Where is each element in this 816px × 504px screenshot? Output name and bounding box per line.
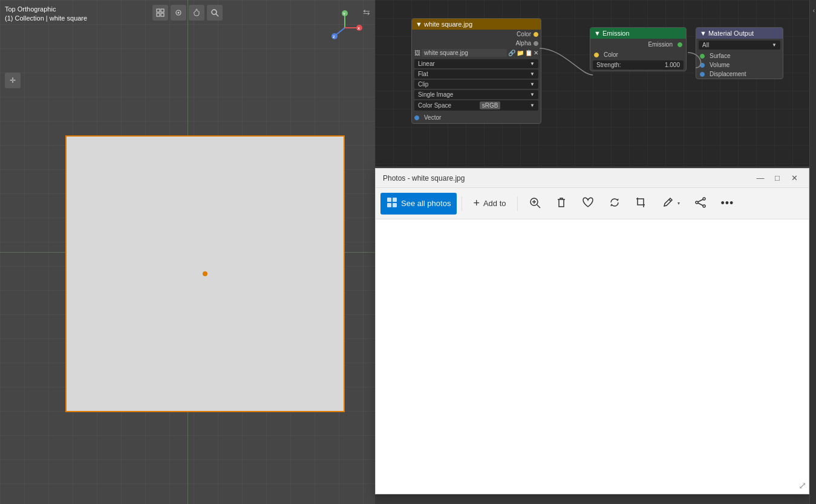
node-material-displacement-socket[interactable] [700, 72, 705, 77]
node-emission-color-socket[interactable] [594, 53, 599, 57]
svg-line-30 [698, 203, 703, 205]
node-image-icon2[interactable]: 📁 [517, 50, 524, 56]
node-emission[interactable]: ▼ Emission Emission Color Strength: 1.00… [590, 27, 687, 71]
node-image-icon4[interactable]: ✕ [534, 50, 538, 56]
photos-minimize-button[interactable]: — [753, 172, 768, 185]
toolbar-sep-1 [462, 196, 462, 211]
extension-arrow: ▼ [530, 82, 535, 87]
node-projection-value: Flat [418, 71, 428, 77]
see-all-photos-label: See all photos [401, 199, 451, 208]
node-vector-input-label: Vector [424, 114, 441, 121]
delete-icon [555, 196, 567, 211]
cursor-button[interactable]: ✛ [5, 73, 21, 88]
source-arrow: ▼ [530, 92, 535, 97]
node-emission-strength-label: Strength: [596, 62, 621, 68]
node-projection-field[interactable]: Flat ▼ [414, 69, 538, 79]
node-emission-socket-out[interactable] [677, 42, 682, 47]
crop-button[interactable] [629, 193, 653, 215]
search-button[interactable] [207, 5, 223, 21]
resize-icon: ⤢ [798, 480, 806, 491]
node-colorspace-label: Color Space [418, 102, 451, 109]
svg-rect-0 [157, 9, 160, 12]
zoom-in-button[interactable] [523, 193, 547, 215]
see-all-photos-button[interactable]: See all photos [380, 193, 457, 215]
photos-close-button[interactable]: ✕ [787, 172, 801, 185]
photos-gallery-icon [387, 197, 397, 210]
photos-window-controls: — □ ✕ [753, 172, 801, 185]
viewport-expand-icon[interactable]: ⇆ [363, 7, 370, 17]
share-icon [694, 196, 707, 211]
photos-titlebar: Photos - white square.jpg — □ ✕ [376, 169, 809, 188]
add-to-button[interactable]: + Add to [467, 193, 512, 215]
node-material-surface-label: Surface [710, 53, 730, 59]
node-emission-output-row: Emission [590, 39, 686, 50]
maximize-icon: □ [775, 173, 780, 183]
view-button[interactable] [171, 5, 186, 21]
rotate-button[interactable] [602, 193, 627, 215]
node-emission-strength-field[interactable]: Strength: 1.000 [593, 60, 684, 69]
grid-view-button[interactable] [152, 5, 168, 21]
viewport-collection: (1) Collection | white square [5, 14, 87, 23]
projection-arrow: ▼ [530, 71, 535, 77]
node-material-volume-label: Volume [710, 62, 730, 68]
svg-point-26 [703, 198, 705, 200]
node-image-icon3[interactable]: 📋 [525, 50, 532, 56]
node-material-all-label: All [702, 42, 709, 48]
node-source-value: Single Image [418, 91, 453, 98]
node-image-type-icon: 🖼 [414, 50, 420, 56]
svg-rect-19 [387, 203, 391, 207]
node-interpolation-field[interactable]: Linear ▼ [414, 59, 538, 68]
node-image-icon1[interactable]: 🔗 [508, 50, 515, 56]
photos-content-area [376, 219, 809, 494]
svg-line-14 [336, 28, 345, 35]
node-vector-socket-in[interactable] [414, 115, 419, 120]
svg-rect-20 [393, 203, 397, 207]
node-material-surface-socket[interactable] [700, 54, 705, 59]
node-interpolation-value: Linear [418, 60, 435, 67]
edge-collapse-icon[interactable]: ‹ [813, 7, 815, 14]
white-square-object [65, 135, 345, 412]
node-emission-output-label: Emission [648, 41, 673, 48]
node-editor: ▼ white square.jpg Color Alpha 🖼 white s… [375, 0, 816, 166]
node-color-output-row: Color [412, 30, 541, 39]
svg-text:X: X [357, 27, 360, 30]
node-color-socket-out[interactable] [534, 32, 538, 37]
node-emission-strength-value: 1.000 [665, 62, 680, 68]
minimize-icon: — [757, 173, 765, 183]
node-colorspace-value: sRGB [480, 102, 501, 109]
node-emission-color-row: Color [590, 50, 686, 59]
share-button[interactable] [688, 193, 713, 215]
more-button[interactable]: ••• [715, 193, 740, 215]
delete-button[interactable] [549, 193, 573, 215]
photos-maximize-button[interactable]: □ [770, 172, 785, 185]
node-material-output-header: ▼ Material Output [696, 28, 783, 39]
favorite-button[interactable] [576, 193, 600, 215]
right-edge-strip: ‹ [809, 0, 816, 504]
node-alpha-output-row: Alpha [412, 39, 541, 48]
node-extension-field[interactable]: Clip ▼ [414, 80, 538, 89]
edit-button[interactable]: ▾ [656, 193, 686, 215]
material-all-arrow: ▼ [772, 42, 777, 48]
node-colorspace-field[interactable]: Color Space sRGB ▼ [414, 100, 538, 111]
node-material-volume-socket[interactable] [700, 63, 705, 68]
crop-icon [635, 196, 647, 211]
grab-button[interactable] [189, 5, 204, 21]
node-image-title: ▼ white square.jpg [416, 21, 472, 28]
node-material-displacement-label: Displacement [710, 71, 746, 77]
svg-point-5 [178, 12, 180, 14]
left-toolbar: ✛ [5, 73, 21, 88]
node-material-displacement-row: Displacement [696, 69, 783, 79]
node-image-texture[interactable]: ▼ white square.jpg Color Alpha 🖼 white s… [411, 18, 541, 124]
photos-resize-handle[interactable]: ⤢ [798, 480, 806, 491]
node-alpha-socket-out[interactable] [534, 41, 538, 46]
interpolation-arrow: ▼ [530, 61, 535, 66]
svg-line-7 [216, 14, 218, 16]
svg-rect-2 [157, 13, 160, 16]
add-to-label: Add to [483, 199, 506, 208]
node-material-output[interactable]: ▼ Material Output All ▼ Surface Volume D… [696, 27, 783, 79]
svg-rect-17 [387, 198, 391, 202]
axis-gizmo: Y X Z [327, 10, 363, 52]
node-material-all-field[interactable]: All ▼ [699, 40, 780, 50]
photos-toolbar: See all photos + Add to [376, 188, 809, 219]
node-source-field[interactable]: Single Image ▼ [414, 90, 538, 99]
